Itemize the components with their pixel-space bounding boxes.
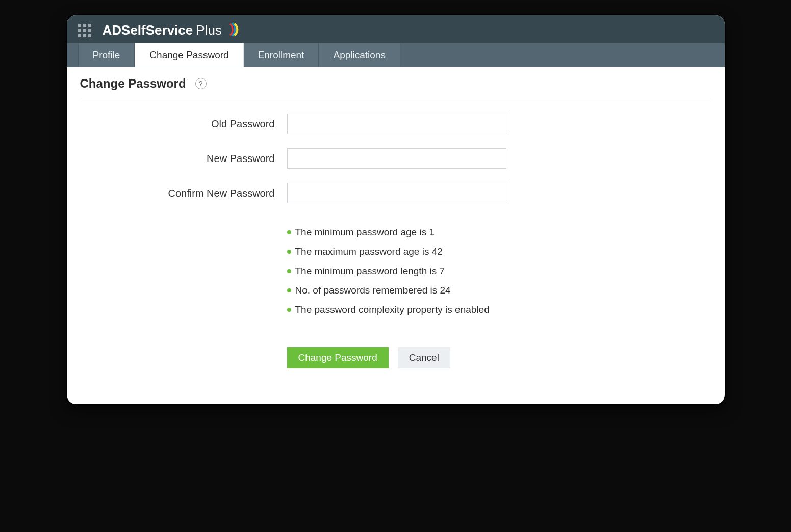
- old-password-label: Old Password: [85, 118, 279, 130]
- app-window: ADSelfService Plus Profile Change Passwo…: [67, 15, 725, 404]
- bullet-icon: [287, 269, 291, 273]
- password-rule: The password complexity property is enab…: [287, 304, 506, 315]
- tab-enrollment[interactable]: Enrollment: [244, 43, 319, 67]
- rule-text: The password complexity property is enab…: [295, 304, 490, 315]
- change-password-form: Old Password New Password Confirm New Pa…: [85, 114, 711, 368]
- password-rule: No. of passwords remembered is 24: [287, 285, 506, 296]
- confirm-password-input[interactable]: [287, 183, 506, 203]
- page-title: Change Password: [80, 76, 186, 91]
- swoosh-icon: [227, 22, 242, 37]
- cancel-button[interactable]: Cancel: [398, 347, 450, 368]
- header-bar: ADSelfService Plus: [67, 15, 725, 43]
- old-password-input[interactable]: [287, 114, 506, 134]
- rule-text: No. of passwords remembered is 24: [295, 285, 451, 296]
- password-rule: The minimum password age is 1: [287, 227, 506, 238]
- page-title-row: Change Password ?: [80, 76, 711, 98]
- help-icon[interactable]: ?: [195, 78, 207, 89]
- password-rule: The minimum password length is 7: [287, 265, 506, 277]
- password-rules: The minimum password age is 1 The maximu…: [287, 227, 506, 324]
- tab-change-password[interactable]: Change Password: [135, 43, 243, 67]
- apps-grid-icon[interactable]: [78, 24, 91, 37]
- confirm-password-label: Confirm New Password: [85, 188, 279, 199]
- password-rule: The maximum password age is 42: [287, 246, 506, 257]
- content-area: Change Password ? Old Password New Passw…: [67, 67, 725, 404]
- bullet-icon: [287, 250, 291, 254]
- rule-text: The minimum password length is 7: [295, 265, 445, 277]
- rule-text: The maximum password age is 42: [295, 246, 443, 257]
- tab-bar: Profile Change Password Enrollment Appli…: [67, 43, 725, 67]
- form-actions: Change Password Cancel: [287, 347, 506, 368]
- bullet-icon: [287, 308, 291, 312]
- new-password-label: New Password: [85, 153, 279, 165]
- tab-profile[interactable]: Profile: [78, 43, 135, 67]
- bullet-icon: [287, 288, 291, 292]
- rule-text: The minimum password age is 1: [295, 227, 435, 238]
- brand-name-light: Plus: [196, 22, 222, 38]
- bullet-icon: [287, 230, 291, 234]
- new-password-input[interactable]: [287, 148, 506, 169]
- change-password-button[interactable]: Change Password: [287, 347, 389, 368]
- brand-logo: ADSelfService Plus: [103, 22, 242, 38]
- tab-applications[interactable]: Applications: [319, 43, 400, 67]
- brand-name-bold: ADSelfService: [103, 22, 193, 38]
